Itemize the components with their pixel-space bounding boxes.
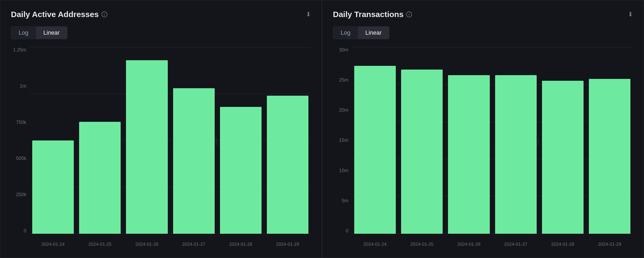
bar-wrapper [220, 47, 262, 234]
bar-wrapper [126, 47, 168, 234]
left-y-axis: 1.25m1m750k500k250k0 [11, 47, 30, 247]
y-axis-label: 1m [20, 83, 26, 89]
y-axis-label: 750k [16, 120, 26, 125]
right-download-icon[interactable]: ⬇ [628, 11, 633, 18]
bar [448, 75, 490, 234]
bar-wrapper [542, 47, 584, 234]
bar [220, 107, 262, 234]
y-axis-label: 15m [339, 138, 348, 143]
bar [173, 88, 215, 234]
bar-wrapper [401, 47, 443, 234]
left-toggle-group: Log Linear [11, 26, 67, 39]
bar [79, 122, 121, 234]
x-axis-label: 2024-01-27 [173, 239, 215, 247]
y-axis-label: 500k [16, 156, 26, 161]
right-title-text: Daily Transactions [333, 10, 403, 19]
y-axis-label: 20m [339, 107, 348, 113]
x-axis-label: 2024-01-26 [448, 239, 490, 247]
left-chart-title: Daily Active Addresses i [11, 10, 107, 19]
right-chart-body: Artemis 2024-01-242024-01-252024-01-2620… [352, 47, 633, 247]
left-log-button[interactable]: Log [11, 27, 36, 39]
y-axis-label: 1.25m [13, 47, 26, 53]
bar [126, 60, 168, 234]
right-info-icon[interactable]: i [406, 11, 412, 17]
bar-wrapper [267, 47, 308, 234]
right-log-button[interactable]: Log [333, 27, 358, 39]
bar [354, 66, 396, 234]
bar [267, 96, 308, 234]
left-x-axis: 2024-01-242024-01-252024-01-262024-01-27… [30, 234, 311, 247]
left-bars-grid: Artemis [30, 47, 311, 234]
bar [401, 70, 443, 234]
left-chart-panel: Daily Active Addresses i ⬇ Log Linear 1.… [0, 0, 322, 258]
y-axis-label: 30m [339, 47, 348, 53]
bar [32, 140, 74, 234]
bar-wrapper [32, 47, 74, 234]
right-bars-container [352, 47, 633, 234]
y-axis-label: 25m [339, 77, 348, 83]
left-linear-button[interactable]: Linear [36, 27, 67, 39]
y-axis-label: 0 [346, 228, 348, 234]
left-title-text: Daily Active Addresses [11, 10, 99, 19]
x-axis-label: 2024-01-28 [542, 239, 584, 247]
bar-wrapper [495, 47, 537, 234]
y-axis-label: 250k [16, 192, 26, 197]
bar-wrapper [79, 47, 121, 234]
right-y-axis: 30m25m20m15m10m5m0 [333, 47, 352, 247]
right-x-axis: 2024-01-242024-01-252024-01-262024-01-27… [352, 234, 633, 247]
x-axis-label: 2024-01-24 [32, 239, 74, 247]
right-chart-title: Daily Transactions i [333, 10, 412, 19]
left-download-icon[interactable]: ⬇ [306, 11, 311, 18]
bar [589, 79, 630, 234]
x-axis-label: 2024-01-27 [495, 239, 537, 247]
y-axis-label: 10m [339, 168, 348, 174]
x-axis-label: 2024-01-28 [220, 239, 262, 247]
right-bars-grid: Artemis [352, 47, 633, 234]
right-chart-panel: Daily Transactions i ⬇ Log Linear 30m25m… [322, 0, 644, 258]
right-chart-area: 30m25m20m15m10m5m0 Artemis 2024-01-24202… [333, 47, 633, 247]
right-toggle-group: Log Linear [333, 26, 389, 39]
left-info-icon[interactable]: i [101, 11, 107, 17]
x-axis-label: 2024-01-25 [79, 239, 121, 247]
bar-wrapper [173, 47, 215, 234]
x-axis-label: 2024-01-29 [589, 239, 630, 247]
left-chart-area: 1.25m1m750k500k250k0 Artemis 2024-01-242… [11, 47, 311, 247]
bar [542, 81, 584, 234]
right-panel-header: Daily Transactions i ⬇ [333, 10, 633, 19]
left-panel-header: Daily Active Addresses i ⬇ [11, 10, 311, 19]
x-axis-label: 2024-01-29 [267, 239, 308, 247]
y-axis-label: 5m [342, 198, 348, 204]
left-bars-container [30, 47, 311, 234]
x-axis-label: 2024-01-26 [126, 239, 168, 247]
y-axis-label: 0 [24, 228, 26, 234]
bar-wrapper [589, 47, 630, 234]
bar-wrapper [448, 47, 490, 234]
right-linear-button[interactable]: Linear [358, 27, 389, 39]
bar [495, 75, 537, 234]
x-axis-label: 2024-01-24 [354, 239, 396, 247]
bar-wrapper [354, 47, 396, 234]
left-chart-body: Artemis 2024-01-242024-01-252024-01-2620… [30, 47, 311, 247]
x-axis-label: 2024-01-25 [401, 239, 443, 247]
